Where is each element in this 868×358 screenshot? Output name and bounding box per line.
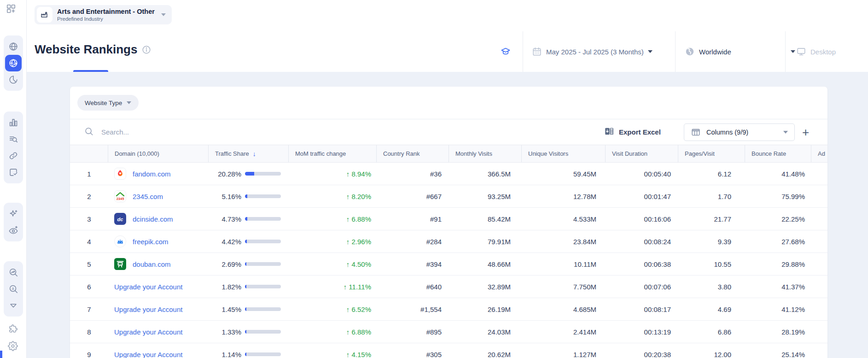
cell-domain: Upgrade your Account (108, 321, 209, 343)
cell-mom-change: ↑ 4.50% (289, 253, 377, 275)
cell-ad (811, 321, 827, 343)
domain-link[interactable]: dcinside.com (133, 215, 173, 223)
date-range-picker[interactable]: May 2025 - Jul 2025 (3 Months) (532, 31, 652, 72)
info-icon[interactable] (141, 45, 151, 55)
active-tab-indicator[interactable] (73, 70, 108, 72)
academy-icon[interactable] (501, 31, 511, 72)
cell-visit-duration: 00:08:24 (606, 230, 678, 252)
nav-group (4, 35, 23, 91)
mom-change-value: ↑ 2.96% (346, 238, 371, 246)
cell-unique-visitors: 59.45M (522, 163, 606, 185)
mom-change-value: ↑ 11.11% (344, 283, 371, 291)
domain-link[interactable]: douban.com (133, 260, 171, 268)
app-grid-icon[interactable] (6, 4, 16, 16)
nav-item-pie-chart-icon[interactable] (5, 71, 22, 88)
nav-item-sparkles-icon[interactable] (5, 205, 22, 222)
puzzle-icon[interactable] (8, 324, 18, 336)
traffic-share-bar (245, 217, 281, 221)
cell-country-rank: #895 (377, 321, 449, 343)
cell-visit-duration: 00:08:17 (606, 298, 678, 320)
domain-link[interactable]: 2345.com (133, 193, 163, 200)
cell-rank: 4 (70, 230, 108, 252)
cell-unique-visitors: 1.127M (522, 343, 606, 358)
upgrade-account-link[interactable]: Upgrade your Account (114, 328, 182, 336)
svg-text:a: a (12, 287, 14, 291)
search-input[interactable] (100, 128, 425, 136)
upgrade-account-link[interactable]: Upgrade your Account (114, 305, 182, 313)
website-type-label: Website Type (85, 100, 122, 106)
cell-ad (811, 208, 827, 230)
nav-item-page-check-icon[interactable] (5, 164, 22, 181)
export-excel-button[interactable]: Export Excel (604, 126, 661, 138)
cell-bounce-rate: 27.68% (745, 230, 811, 252)
cell-country-rank: #667 (377, 185, 449, 207)
cell-pages-per-visit: 21.77 (678, 208, 745, 230)
gear-icon[interactable] (8, 341, 18, 353)
nav-item-search-trend-icon[interactable] (5, 264, 22, 281)
add-column-button[interactable]: + (802, 126, 809, 138)
nav-item-eye-plus-icon[interactable] (5, 222, 22, 239)
nav-item-globe-trend-icon[interactable] (5, 55, 22, 71)
nav-scroll-indicator[interactable] (0, 351, 2, 358)
cell-unique-visitors: 4.533M (522, 208, 606, 230)
monitor-icon (796, 47, 806, 57)
upgrade-account-link[interactable]: Upgrade your Account (114, 351, 182, 358)
cell-ad (811, 276, 827, 298)
industry-selector[interactable]: Arts and Entertainment - Other Predefine… (35, 5, 172, 24)
cell-bounce-rate: 25.14% (745, 343, 811, 358)
column-header-country[interactable]: Country Rank (377, 145, 449, 162)
column-header-rank[interactable] (70, 145, 108, 162)
column-header-mom[interactable]: MoM traffic change (289, 145, 377, 162)
cell-traffic-share: 1.14% (209, 343, 289, 358)
nav-item-search-keyword-icon[interactable]: a (5, 281, 22, 297)
traffic-share-bar (245, 262, 281, 266)
cell-mom-change: ↑ 4.15% (289, 343, 377, 358)
website-type-filter[interactable]: Website Type (77, 95, 139, 111)
column-header-traffic[interactable]: Traffic Share↓ (209, 145, 289, 162)
cell-monthly-visits: 24.03M (449, 321, 522, 343)
cell-mom-change: ↑ 6.52% (289, 298, 377, 320)
cell-traffic-share: 1.33% (209, 321, 289, 343)
region-selector[interactable]: Worldwide (685, 31, 795, 72)
top-header: Arts and Entertainment - Other Predefine… (26, 0, 868, 32)
header-divider (675, 31, 676, 72)
cell-rank: 1 (70, 163, 108, 185)
table-row: 9Upgrade your Account1.14%↑ 4.15%#30520.… (70, 343, 827, 358)
traffic-share-bar (245, 307, 281, 311)
nav-item-collapse-triangle-icon[interactable] (5, 297, 22, 314)
column-header-bounce[interactable]: Bounce Rate (745, 145, 811, 162)
column-header-monthly[interactable]: Monthly Visits (449, 145, 522, 162)
cell-rank: 7 (70, 298, 108, 320)
column-header-pages[interactable]: Pages/Visit (678, 145, 745, 162)
cell-traffic-share: 4.73% (209, 208, 289, 230)
cell-visit-duration: 00:13:19 (606, 321, 678, 343)
cell-domain: freepik.com (108, 230, 209, 252)
cell-ad (811, 163, 827, 185)
upgrade-account-link[interactable]: Upgrade your Account (114, 283, 182, 291)
mom-change-value: ↑ 6.52% (346, 305, 371, 313)
dcinside-favicon: dc (114, 213, 126, 225)
columns-dropdown[interactable]: Columns (9/9) (684, 123, 795, 141)
cell-mom-change: ↑ 11.11% (289, 276, 377, 298)
chevron-down-icon (648, 50, 652, 53)
column-header-domain[interactable]: Domain (10,000) (108, 145, 209, 162)
svg-text:2345: 2345 (117, 197, 124, 201)
table-row: 7Upgrade your Account1.45%↑ 6.52%#1,5542… (70, 298, 827, 321)
column-header-duration[interactable]: Visit Duration (606, 145, 678, 162)
region-label: Worldwide (699, 48, 731, 56)
nav-item-globe-icon[interactable] (5, 38, 22, 55)
domain-link[interactable]: fandom.com (133, 170, 171, 178)
cell-ad (811, 230, 827, 252)
column-header-ad[interactable]: Ad (811, 145, 827, 162)
cell-ad (811, 253, 827, 275)
nav-item-list-search-icon[interactable] (5, 131, 22, 147)
nav-item-link-icon[interactable] (5, 147, 22, 164)
cell-bounce-rate: 41.37% (745, 276, 811, 298)
nav-item-bar-chart-icon[interactable] (5, 114, 22, 131)
column-header-unique[interactable]: Unique Visitors (522, 145, 606, 162)
cell-pages-per-visit: 1.70 (678, 185, 745, 207)
device-selector[interactable]: Desktop (796, 31, 836, 72)
domain-link[interactable]: freepik.com (133, 238, 169, 246)
cell-pages-per-visit: 3.80 (678, 276, 745, 298)
cell-pages-per-visit: 6.12 (678, 163, 745, 185)
